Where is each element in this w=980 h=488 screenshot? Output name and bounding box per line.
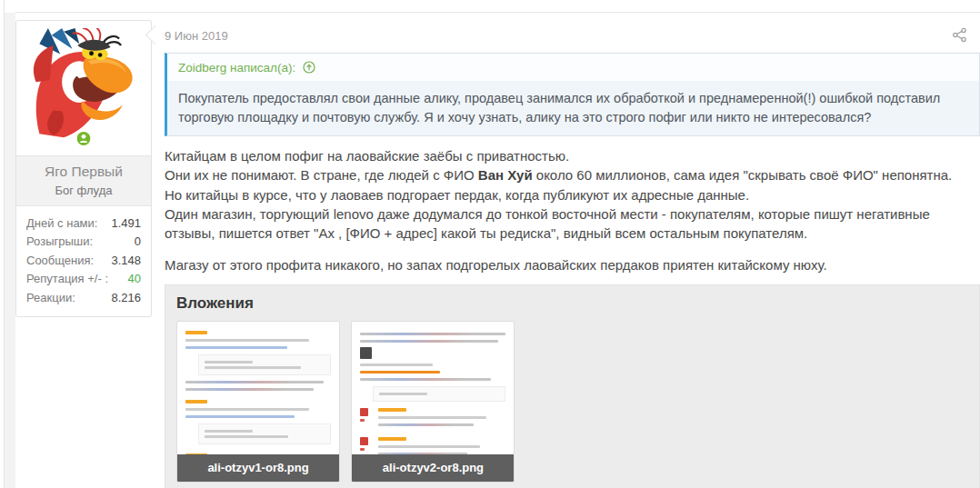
post-date: 9 Июн 2019	[165, 29, 228, 43]
stat-value: 8.216	[111, 289, 141, 307]
stat-label: Реакции:	[26, 289, 75, 307]
attachments-section: Вложения ali	[165, 284, 980, 488]
quote-text: Покупатель предоставлял свои данные алик…	[167, 81, 979, 135]
avatar[interactable]	[27, 28, 140, 141]
stat-label: Розыгрыши:	[26, 233, 93, 251]
quote-block: Zoidberg написал(а): Покупатель предоста…	[165, 53, 980, 136]
user-stats: Дней с нами: 1.491 Розыгрыши: 0 Сообщени…	[16, 206, 151, 316]
arrow-up-circle-icon	[303, 61, 315, 74]
page-left-gutter	[5, 13, 15, 488]
user-info-card: Яго Первый Бог флуда Дней с нами: 1.491 …	[15, 20, 152, 317]
stat-label: Дней с нами:	[26, 214, 97, 233]
body-line-2-bold: Ван Хуй	[478, 167, 533, 183]
stat-value: 0	[135, 233, 141, 251]
stat-row-messages: Сообщения: 3.148	[26, 252, 141, 270]
attachment-thumbnail-2[interactable]: ali-otzyv2-or8.png	[351, 321, 515, 483]
post-paragraph: Магазу от этого профита никакого, но зап…	[165, 255, 980, 274]
post-message: 9 Июн 2019 Zoidberg написал(а): Покупате…	[165, 13, 980, 488]
forum-post-page: Яго Первый Бог флуда Дней с нами: 1.491 …	[0, 0, 980, 488]
user-title: Бог флуда	[20, 184, 147, 197]
stat-row-reputation: Репутация +/- : 40	[26, 270, 141, 288]
post-body: Китайцам в целом пофиг на лаовайские заё…	[165, 146, 980, 275]
stat-row-reactions: Реакции: 8.216	[26, 289, 141, 307]
stat-label: Сообщения:	[26, 252, 94, 270]
body-line-2-pre: Они их не понимают. В стране, где людей …	[165, 167, 478, 183]
user-name-box: Яго Первый Бог флуда	[16, 155, 151, 206]
body-paragraph-2: Магазу от этого профита никакого, но зап…	[165, 257, 827, 273]
attachment-filename: ali-otzyv2-or8.png	[352, 454, 514, 482]
body-line-2-post: около 60 миллионов, сама идея "скрывать …	[533, 167, 953, 183]
avatar-area	[16, 21, 151, 155]
attachment-preview-sketch	[177, 322, 339, 454]
quote-attribution-link[interactable]: Zoidberg написал(а):	[167, 54, 979, 81]
attachment-preview-sketch	[352, 322, 514, 454]
body-line-1: Китайцам в целом пофиг на лаовайские заё…	[165, 148, 569, 164]
body-line-4: Один магазин, торгующий lenovo даже доду…	[165, 206, 930, 241]
quote-attribution-text: Zoidberg написал(а):	[178, 61, 295, 75]
stat-value-reputation: 40	[128, 270, 141, 288]
stat-value: 3.148	[111, 252, 141, 270]
attachment-thumbnail-1[interactable]: ali-otzyv1-or8.png	[176, 321, 340, 483]
attachment-filename: ali-otzyv1-or8.png	[177, 454, 339, 482]
stat-row-giveaways: Розыгрыши: 0	[26, 233, 141, 251]
username-link[interactable]: Яго Первый	[20, 164, 147, 180]
post-header: 9 Июн 2019	[165, 13, 980, 49]
post-paragraph: Китайцам в целом пофиг на лаовайские заё…	[165, 146, 980, 243]
stat-row-days: Дней с нами: 1.491	[26, 214, 141, 233]
body-line-3: Но китайцы в курсе, что у лаоваев подгор…	[165, 187, 749, 203]
attachments-heading: Вложения	[176, 294, 968, 313]
stat-label: Репутация +/- :	[26, 270, 108, 288]
share-icon[interactable]	[952, 27, 967, 43]
online-indicator-icon	[77, 132, 91, 145]
stat-value: 1.491	[111, 214, 141, 233]
